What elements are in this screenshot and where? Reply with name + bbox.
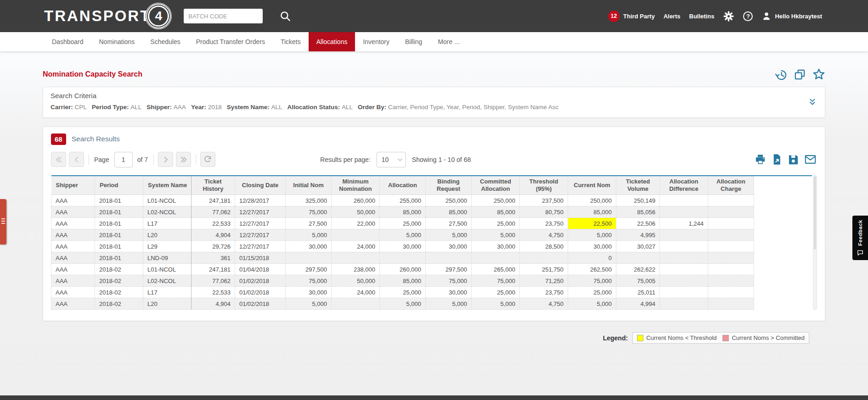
results-table: ShipperPeriodSystem NameTicket HistoryCl… (51, 175, 812, 310)
table-cell: 01/15/2018 (235, 252, 286, 264)
column-header[interactable]: Binding Request (426, 176, 472, 195)
nav-item-billing[interactable]: Billing (397, 32, 430, 51)
column-header[interactable]: Threshold (95%) (520, 176, 568, 195)
results-per-page-input[interactable] (377, 152, 406, 167)
save-icon[interactable] (787, 153, 800, 166)
next-page-button[interactable] (158, 152, 173, 167)
column-header[interactable]: Ticketed Volume (616, 176, 660, 195)
first-page-button[interactable] (51, 152, 66, 167)
results-title: Search Results (72, 135, 120, 143)
column-header[interactable]: Initial Nom (286, 176, 332, 195)
table-cell: AAA (51, 195, 95, 206)
nav-item-inventory[interactable]: Inventory (355, 32, 397, 51)
nav-item-allocations[interactable]: Allocations (309, 32, 355, 51)
criteria-value: CPL (75, 104, 87, 111)
print-icon[interactable] (754, 153, 767, 166)
table-row[interactable]: AAA2018-02L204,90401/02/20185,0005,0005,… (51, 298, 812, 310)
legend-item: Current Noms < Threshold (637, 334, 716, 341)
table-row[interactable]: AAA2018-01L01-NCOL247,18112/28/2017325,0… (51, 195, 812, 206)
table-scrollbar[interactable] (813, 175, 817, 310)
column-header[interactable]: Period (95, 176, 143, 195)
column-header[interactable]: Ticket History (192, 176, 235, 195)
column-header[interactable]: Shipper (51, 176, 95, 195)
table-row[interactable]: AAA2018-02L01-NCOL247,18101/04/2018297,5… (51, 264, 812, 275)
table-row[interactable]: AAA2018-01LND-0936101/15/20180 (51, 252, 812, 264)
refresh-button[interactable] (200, 152, 215, 167)
criteria-value: AAA (174, 104, 186, 111)
table-cell: 24,000 (332, 287, 380, 298)
table-cell: 260,000 (380, 264, 426, 275)
user-menu[interactable]: Hello Hkbraytest (761, 11, 822, 21)
table-cell: 5,000 (472, 229, 520, 241)
column-header[interactable]: System Name (143, 176, 192, 195)
feedback-tab[interactable]: Feedback (852, 216, 868, 260)
email-icon[interactable] (804, 153, 817, 166)
results-table-wrap: ShipperPeriodSystem NameTicket HistoryCl… (51, 175, 817, 310)
results-per-page-label: Results per page: (320, 156, 371, 163)
third-party-label: Third Party (623, 13, 655, 20)
transport4-logo[interactable]: TRANSPORT 4 (44, 6, 169, 27)
nav-item-dashboard[interactable]: Dashboard (44, 32, 91, 51)
nav-item-more[interactable]: More ... (430, 32, 467, 51)
criteria-value: ALL (342, 104, 353, 111)
expand-chevrons-icon[interactable] (807, 97, 817, 107)
favorite-star-icon[interactable] (812, 68, 825, 81)
greeting-text: Hello Hkbraytest (775, 13, 822, 20)
table-cell: 297,500 (426, 264, 472, 275)
scrollbar-thumb[interactable] (814, 176, 816, 250)
alerts-link[interactable]: Alerts (664, 13, 681, 20)
table-row[interactable]: AAA2018-01L02-NCOL77,06212/27/201775,000… (51, 206, 812, 218)
table-cell: 250,149 (616, 195, 660, 206)
column-header[interactable]: Closing Date (235, 176, 286, 195)
table-cell (426, 252, 472, 264)
legend-swatch (637, 335, 643, 341)
batch-code-input[interactable] (184, 9, 263, 23)
third-party-link[interactable]: 12 Third Party (608, 11, 655, 22)
nav-item-nominations[interactable]: Nominations (91, 32, 143, 51)
table-cell: 4,995 (616, 229, 660, 241)
table-row[interactable]: AAA2018-02L02-NCOL77,06201/02/201875,000… (51, 275, 812, 287)
table-cell: 5,000 (426, 229, 472, 241)
table-cell: 25,000 (568, 287, 616, 298)
table-cell: 2018-01 (95, 195, 143, 206)
column-header[interactable]: Minimum Nomination (332, 176, 380, 195)
table-cell: 23,750 (520, 218, 568, 229)
table-cell: 27,500 (426, 218, 472, 229)
nav-item-schedules[interactable]: Schedules (142, 32, 188, 51)
side-menu-handle[interactable] (0, 199, 6, 244)
showing-text: Showing 1 - 10 of 68 (412, 156, 471, 163)
table-cell: 4,904 (192, 229, 235, 241)
table-cell (708, 206, 754, 218)
table-row[interactable]: AAA2018-01L2929,72612/27/201730,00024,00… (51, 241, 812, 252)
table-cell: AAA (51, 218, 95, 229)
table-cell: 50,000 (332, 206, 380, 218)
legend-label: Legend: (603, 334, 628, 342)
bulletins-link[interactable]: Bulletins (689, 13, 715, 20)
nav-item-tickets[interactable]: Tickets (273, 32, 309, 51)
search-icon[interactable] (279, 10, 291, 22)
column-header[interactable]: Committed Allocation (472, 176, 520, 195)
prev-page-button[interactable] (69, 152, 84, 167)
criteria-label: Shipper: (147, 104, 174, 111)
table-cell (708, 287, 754, 298)
legend-swatch (722, 335, 729, 341)
column-header[interactable]: Allocation Difference (660, 176, 708, 195)
table-row[interactable]: AAA2018-02L1722,53301/02/201830,00024,00… (51, 287, 812, 298)
results-count-badge: 68 (51, 133, 66, 145)
table-row[interactable]: AAA2018-01L204,90412/27/20175,0005,0005,… (51, 229, 812, 241)
table-row[interactable]: AAA2018-01L1722,53312/27/201727,50022,00… (51, 218, 812, 229)
column-header[interactable]: Allocation Charge (708, 176, 754, 195)
duplicate-icon[interactable] (794, 68, 806, 81)
column-header[interactable]: Allocation (380, 176, 426, 195)
export-file-icon[interactable] (771, 153, 783, 166)
nav-item-product-transfer-orders[interactable]: Product Transfer Orders (188, 32, 273, 51)
history-icon[interactable] (775, 68, 787, 81)
last-page-button[interactable] (176, 152, 191, 167)
table-cell: 30,000 (472, 241, 520, 252)
page-input[interactable] (114, 152, 133, 167)
gear-icon[interactable] (723, 11, 734, 22)
table-cell (708, 195, 754, 206)
help-icon[interactable] (743, 11, 753, 21)
column-header[interactable]: Current Nom (568, 176, 616, 195)
table-cell (708, 298, 754, 310)
